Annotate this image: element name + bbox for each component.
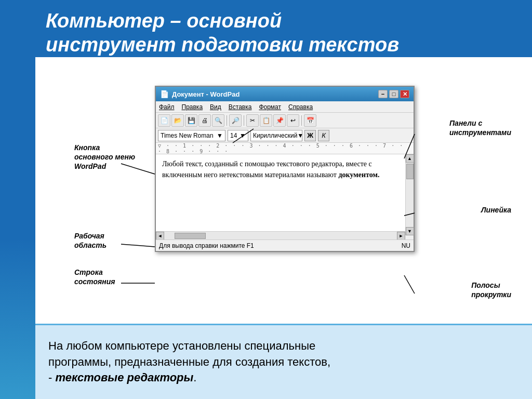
bold-button[interactable]: Ж (304, 130, 316, 141)
ruler-marks: ▽ · · 1 · · · 2 · · · 3 · · · 4 · · · 5 … (158, 143, 411, 154)
scroll-left-arrow[interactable]: ◄ (156, 232, 164, 240)
header: Компьютер – основной инструмент подготов… (35, 0, 532, 64)
menu-edit[interactable]: Правка (182, 103, 203, 111)
encoding-value: Кириллический (253, 132, 297, 139)
toolbar-sep3 (301, 115, 302, 126)
annotation-linejka: Линейка (481, 205, 511, 215)
font-dropdown-icon: ▼ (217, 132, 223, 139)
window-toolbar: 📄 📂 💾 🖨 🔍 🔎 ✂ 📋 📌 ↩ 📅 (156, 113, 414, 128)
maximize-button[interactable]: □ (389, 90, 398, 98)
window-title: Документ - WordPad (172, 90, 240, 98)
svg-line-4 (121, 244, 155, 247)
encoding-select[interactable]: Кириллический ▼ (250, 130, 302, 141)
size-select[interactable]: 14 ▼ (228, 130, 248, 141)
toolbar-undo[interactable]: ↩ (287, 114, 299, 127)
editor-text: Любой текст, созданный с помощью текстов… (162, 158, 407, 180)
window-controls: − □ ✕ (378, 90, 409, 98)
italic-button[interactable]: К (318, 130, 329, 141)
toolbar-open[interactable]: 📂 (171, 114, 184, 127)
annotation-knopka-text: Кнопка основного меню WordPad (74, 143, 135, 170)
font-select[interactable]: Times New Roman ▼ (158, 130, 225, 141)
svg-line-6 (404, 275, 415, 294)
menu-view[interactable]: Вид (210, 103, 221, 111)
horizontal-scrollbar[interactable]: ◄ ► (156, 231, 405, 240)
annotation-polosy: Полосы прокрутки (471, 281, 511, 299)
wordpad-window: 📄 Документ - WordPad − □ ✕ Файл Правка В… (155, 86, 415, 252)
header-title: Компьютер – основной инструмент подготов… (46, 9, 522, 57)
minimize-button[interactable]: − (378, 90, 388, 98)
statusbar-mode: NU (402, 242, 410, 249)
window-ruler: ▽ · · 1 · · · 2 · · · 3 · · · 4 · · · 5 … (156, 143, 414, 154)
size-dropdown-icon: ▼ (240, 132, 246, 139)
toolbar-sep2 (244, 115, 244, 126)
menu-file[interactable]: Файл (159, 103, 175, 111)
annotation-stroka-sostoyaniya: Строка состояния (74, 268, 115, 286)
annotation-paneli: Панели с инструментами (449, 118, 511, 137)
hscroll-track (164, 232, 397, 240)
status-bar: Для вывода справки нажмите F1 NU (156, 240, 414, 251)
toolbar-cut[interactable]: ✂ (246, 114, 259, 127)
toolbar-paste[interactable]: 📌 (273, 114, 286, 127)
font-size: 14 (230, 132, 237, 139)
scroll-thumb[interactable] (406, 164, 414, 179)
toolbar-new[interactable]: 📄 (158, 114, 170, 127)
scroll-down-arrow[interactable]: ▼ (406, 227, 414, 235)
annotation-stroka-text: Строка состояния (74, 268, 115, 286)
toolbar-copy[interactable]: 📋 (260, 114, 272, 127)
toolbar-print[interactable]: 🖨 (198, 114, 211, 127)
window-titlebar: 📄 Документ - WordPad − □ ✕ (156, 87, 414, 101)
annotation-rabochaya-text: Рабочая область (74, 232, 107, 249)
hscroll-thumb[interactable] (175, 233, 206, 239)
header-title-line1: Компьютер – основной (46, 10, 282, 32)
window-menubar: Файл Правка Вид Вставка Формат Справка (156, 101, 414, 113)
annotation-paneli-text: Панели с инструментами (449, 119, 511, 137)
statusbar-text: Для вывода справки нажмите F1 (159, 242, 254, 249)
left-sidebar (0, 0, 35, 399)
annotation-polosy-text: Полосы прокрутки (471, 281, 511, 299)
info-box: На любом компьютере установлены специаль… (35, 324, 532, 399)
toolbar-printpreview[interactable]: 🔍 (212, 114, 224, 127)
info-bold-text: текстовые редакторы (55, 371, 193, 384)
scroll-up-arrow[interactable]: ▲ (406, 154, 414, 163)
menu-insert[interactable]: Вставка (229, 103, 252, 111)
encoding-dropdown-icon: ▼ (297, 132, 303, 139)
vertical-scrollbar[interactable]: ▲ ▼ (405, 154, 414, 235)
menu-help[interactable]: Справка (288, 103, 313, 111)
toolbar-sep1 (227, 115, 227, 126)
toolbar-save[interactable]: 💾 (185, 114, 197, 127)
font-name: Times New Roman (161, 132, 214, 139)
formatting-bar: Times New Roman ▼ 14 ▼ Кириллический ▼ Ж… (156, 128, 414, 143)
toolbar-datetime[interactable]: 📅 (304, 114, 316, 127)
header-title-line2: инструмент подготовки текстов (46, 34, 399, 56)
annotation-rabochaya: Рабочая область (74, 231, 107, 250)
menu-format[interactable]: Формат (259, 103, 281, 111)
scroll-right-arrow[interactable]: ► (397, 232, 405, 240)
editor-area[interactable]: Любой текст, созданный с помощью текстов… (156, 154, 414, 235)
editor-bold-text: документом. (338, 171, 379, 179)
annotation-knopka: Кнопка основного меню WordPad (74, 143, 135, 171)
info-box-text: На любом компьютере установлены специаль… (48, 338, 330, 386)
close-button[interactable]: ✕ (400, 90, 409, 98)
toolbar-find[interactable]: 🔎 (229, 114, 242, 127)
